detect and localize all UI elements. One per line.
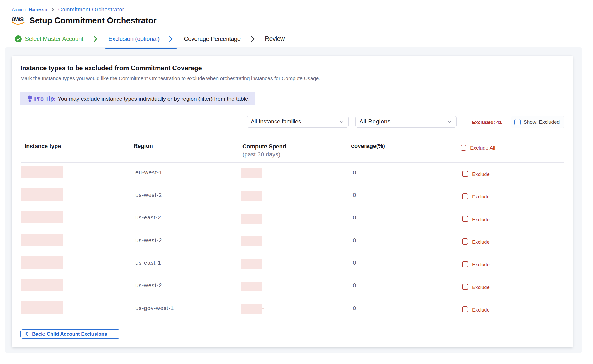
svg-text:aws: aws <box>12 15 24 23</box>
